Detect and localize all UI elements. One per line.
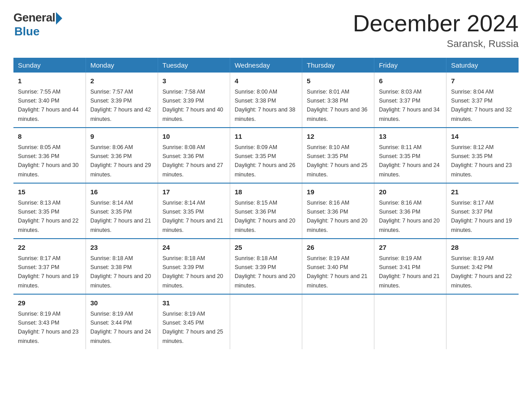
calendar-day-cell: 9Sunrise: 8:06 AMSunset: 3:36 PMDaylight… [86,128,158,183]
calendar-day-cell: 13Sunrise: 8:11 AMSunset: 3:35 PMDayligh… [374,128,446,183]
day-number: 16 [90,187,153,197]
day-number: 8 [18,132,81,142]
day-info: Sunrise: 8:06 AMSunset: 3:36 PMDaylight:… [90,144,151,178]
day-number: 17 [163,187,225,197]
logo-triangle-icon [56,12,62,25]
day-info: Sunrise: 8:17 AMSunset: 3:37 PMDaylight:… [451,200,512,233]
day-info: Sunrise: 8:04 AMSunset: 3:37 PMDaylight:… [451,89,512,122]
day-number: 30 [90,298,153,308]
day-number: 2 [90,76,153,86]
calendar-day-cell: 29Sunrise: 8:19 AMSunset: 3:43 PMDayligh… [13,294,86,349]
day-info: Sunrise: 8:19 AMSunset: 3:42 PMDaylight:… [451,255,512,289]
calendar-day-cell: 31Sunrise: 8:19 AMSunset: 3:45 PMDayligh… [158,294,230,349]
day-info: Sunrise: 8:16 AMSunset: 3:36 PMDaylight:… [307,200,368,233]
calendar-header: SundayMondayTuesdayWednesdayThursdayFrid… [13,58,519,73]
day-of-week-header: Tuesday [158,58,230,73]
day-info: Sunrise: 8:13 AMSunset: 3:35 PMDaylight:… [18,200,79,233]
day-info: Sunrise: 7:58 AMSunset: 3:39 PMDaylight:… [163,89,223,122]
day-number: 3 [163,76,225,86]
day-number: 29 [18,298,81,308]
day-number: 7 [451,76,514,86]
day-number: 9 [90,132,153,142]
calendar-week-row: 29Sunrise: 8:19 AMSunset: 3:43 PMDayligh… [13,294,519,349]
calendar-day-cell [446,294,519,349]
day-number: 28 [451,243,514,253]
day-info: Sunrise: 8:12 AMSunset: 3:35 PMDaylight:… [451,144,512,178]
calendar-day-cell: 15Sunrise: 8:13 AMSunset: 3:35 PMDayligh… [13,183,86,239]
calendar-day-cell: 24Sunrise: 8:18 AMSunset: 3:39 PMDayligh… [158,239,230,294]
calendar-day-cell [230,294,302,349]
calendar-day-cell: 28Sunrise: 8:19 AMSunset: 3:42 PMDayligh… [446,239,519,294]
day-number: 18 [235,187,297,197]
logo-general-text: General [13,11,55,25]
day-info: Sunrise: 8:19 AMSunset: 3:45 PMDaylight:… [163,311,223,344]
calendar-table: SundayMondayTuesdayWednesdayThursdayFrid… [13,58,519,349]
day-of-week-header: Saturday [446,58,519,73]
calendar-subtitle: Saransk, Russia [353,38,519,50]
day-of-week-header: Sunday [13,58,86,73]
day-number: 10 [163,132,225,142]
day-info: Sunrise: 8:08 AMSunset: 3:36 PMDaylight:… [163,144,223,178]
day-of-week-header: Thursday [302,58,374,73]
calendar-day-cell: 22Sunrise: 8:17 AMSunset: 3:37 PMDayligh… [13,239,86,294]
calendar-week-row: 15Sunrise: 8:13 AMSunset: 3:35 PMDayligh… [13,183,519,239]
calendar-day-cell: 18Sunrise: 8:15 AMSunset: 3:36 PMDayligh… [230,183,302,239]
day-info: Sunrise: 8:05 AMSunset: 3:36 PMDaylight:… [18,144,79,178]
calendar-day-cell: 12Sunrise: 8:10 AMSunset: 3:35 PMDayligh… [302,128,374,183]
calendar-week-row: 8Sunrise: 8:05 AMSunset: 3:36 PMDaylight… [13,128,519,183]
day-number: 21 [451,187,514,197]
day-info: Sunrise: 8:14 AMSunset: 3:35 PMDaylight:… [90,200,151,233]
day-number: 25 [235,243,297,253]
day-of-week-header: Wednesday [230,58,302,73]
day-info: Sunrise: 8:09 AMSunset: 3:35 PMDaylight:… [235,144,296,178]
calendar-day-cell: 30Sunrise: 8:19 AMSunset: 3:44 PMDayligh… [86,294,158,349]
calendar-day-cell: 23Sunrise: 8:18 AMSunset: 3:38 PMDayligh… [86,239,158,294]
calendar-day-cell [374,294,446,349]
logo-blue-text: Blue [14,25,39,39]
day-info: Sunrise: 8:03 AMSunset: 3:37 PMDaylight:… [379,89,440,122]
calendar-week-row: 22Sunrise: 8:17 AMSunset: 3:37 PMDayligh… [13,239,519,294]
day-number: 11 [235,132,297,142]
day-of-week-header: Friday [374,58,446,73]
day-of-week-header: Monday [86,58,158,73]
calendar-day-cell: 11Sunrise: 8:09 AMSunset: 3:35 PMDayligh… [230,128,302,183]
calendar-day-cell: 5Sunrise: 8:01 AMSunset: 3:38 PMDaylight… [302,73,374,128]
logo: General Blue [13,11,62,39]
calendar-day-cell: 4Sunrise: 8:00 AMSunset: 3:38 PMDaylight… [230,73,302,128]
calendar-day-cell: 6Sunrise: 8:03 AMSunset: 3:37 PMDaylight… [374,73,446,128]
day-number: 4 [235,76,297,86]
title-block: December 2024 Saransk, Russia [353,11,519,50]
calendar-day-cell: 10Sunrise: 8:08 AMSunset: 3:36 PMDayligh… [158,128,230,183]
day-info: Sunrise: 8:14 AMSunset: 3:35 PMDaylight:… [163,200,223,233]
calendar-day-cell: 16Sunrise: 8:14 AMSunset: 3:35 PMDayligh… [86,183,158,239]
calendar-day-cell: 27Sunrise: 8:19 AMSunset: 3:41 PMDayligh… [374,239,446,294]
day-number: 1 [18,76,81,86]
calendar-day-cell: 25Sunrise: 8:18 AMSunset: 3:39 PMDayligh… [230,239,302,294]
calendar-body: 1Sunrise: 7:55 AMSunset: 3:40 PMDaylight… [13,73,519,349]
day-info: Sunrise: 8:18 AMSunset: 3:39 PMDaylight:… [163,255,223,289]
day-info: Sunrise: 8:10 AMSunset: 3:35 PMDaylight:… [307,144,368,178]
calendar-day-cell: 17Sunrise: 8:14 AMSunset: 3:35 PMDayligh… [158,183,230,239]
calendar-day-cell [302,294,374,349]
calendar-day-cell: 26Sunrise: 8:19 AMSunset: 3:40 PMDayligh… [302,239,374,294]
calendar-day-cell: 8Sunrise: 8:05 AMSunset: 3:36 PMDaylight… [13,128,86,183]
day-info: Sunrise: 8:19 AMSunset: 3:41 PMDaylight:… [379,255,440,289]
calendar-title: December 2024 [353,11,519,36]
calendar-day-cell: 1Sunrise: 7:55 AMSunset: 3:40 PMDaylight… [13,73,86,128]
day-number: 19 [307,187,369,197]
calendar-day-cell: 7Sunrise: 8:04 AMSunset: 3:37 PMDaylight… [446,73,519,128]
day-info: Sunrise: 8:18 AMSunset: 3:38 PMDaylight:… [90,255,151,289]
calendar-day-cell: 19Sunrise: 8:16 AMSunset: 3:36 PMDayligh… [302,183,374,239]
day-info: Sunrise: 8:19 AMSunset: 3:40 PMDaylight:… [307,255,368,289]
day-info: Sunrise: 8:11 AMSunset: 3:35 PMDaylight:… [379,144,440,178]
calendar-day-cell: 3Sunrise: 7:58 AMSunset: 3:39 PMDaylight… [158,73,230,128]
day-number: 14 [451,132,514,142]
day-info: Sunrise: 8:17 AMSunset: 3:37 PMDaylight:… [18,255,79,289]
day-number: 13 [379,132,442,142]
day-info: Sunrise: 8:18 AMSunset: 3:39 PMDaylight:… [235,255,296,289]
day-number: 22 [18,243,81,253]
calendar-day-cell: 14Sunrise: 8:12 AMSunset: 3:35 PMDayligh… [446,128,519,183]
day-info: Sunrise: 8:00 AMSunset: 3:38 PMDaylight:… [235,89,296,122]
day-info: Sunrise: 7:55 AMSunset: 3:40 PMDaylight:… [18,89,79,122]
calendar-week-row: 1Sunrise: 7:55 AMSunset: 3:40 PMDaylight… [13,73,519,128]
